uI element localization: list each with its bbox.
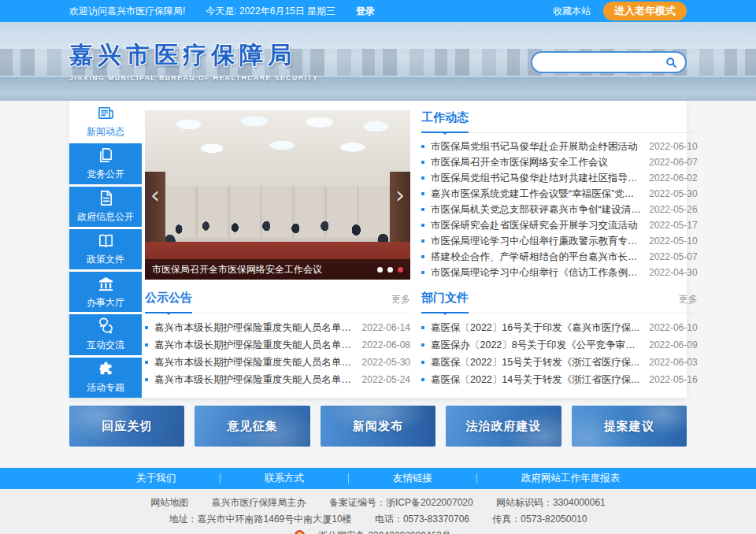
sidebar-item-label: 党务公开 (87, 168, 124, 181)
carousel-dot[interactable] (398, 267, 403, 273)
sidebar-item-service-hall[interactable]: 办事大厅 (69, 272, 142, 312)
news-date: 2022-04-30 (649, 267, 697, 278)
search-box (531, 51, 687, 73)
dept-files-title: 部门文件 (421, 291, 469, 313)
quick-banner-link[interactable]: 新闻发布 (321, 406, 435, 447)
puzzle-icon (97, 360, 115, 378)
sidebar-item-label: 办事大厅 (87, 296, 124, 310)
elder-mode-button[interactable]: 进入老年模式 (603, 2, 687, 20)
news-link[interactable]: 嘉医保〔2022〕15号关于转发《浙江省医疗保... (431, 356, 641, 369)
carousel-dot[interactable] (377, 267, 383, 273)
search-input[interactable] (540, 57, 665, 68)
welcome-text: 欢迎访问嘉兴市医疗保障局! (69, 5, 185, 18)
carousel-caption[interactable]: 市医保局召开全市医保网络安全工作会议 (152, 263, 371, 276)
news-date: 2022-05-30 (649, 188, 697, 199)
news-link[interactable]: 市医保局召开全市医保网络安全工作会议 (431, 156, 641, 169)
news-date: 2022-06-03 (649, 357, 697, 368)
list-item: 市医保研究会赴省医保研究会开展学习交流活动 2022-05-17 (421, 217, 698, 233)
list-item: 嘉医保〔2022〕15号关于转发《浙江省医疗保... 2022-06-03 (421, 354, 698, 371)
sidebar-item-party-affairs[interactable]: 党务公开 (69, 143, 142, 184)
news-link[interactable]: 市医保局党组书记马俊华赴企开展助企纾困活动 (431, 140, 641, 154)
news-link[interactable]: 市医保局党组书记马俊华赴结对共建社区指导全国文... (431, 172, 641, 185)
sidebar-item-label: 互动交流 (87, 339, 124, 352)
list-item: 市医保局机关党总支部获评嘉兴市争创“建设清廉机... 2022-05-26 (421, 202, 698, 217)
news-date: 2022-06-02 (649, 172, 697, 184)
favorite-link[interactable]: 收藏本站 (553, 5, 591, 18)
work-news-title: 工作动态 (421, 110, 469, 133)
bullet-icon (421, 361, 424, 364)
footer-site-code: 网站标识码：3304000061 (496, 497, 606, 508)
sidebar-item-interaction[interactable]: 互动交流 (69, 314, 142, 354)
bullet-icon (421, 145, 424, 148)
bullet-icon (421, 343, 424, 347)
news-link[interactable]: 搭建校企合作、产学研相结合的平台嘉兴市长期护理... (431, 250, 641, 264)
carousel-prev-icon[interactable]: ‹ (150, 184, 160, 207)
footer-security-text: 浙公网安备 33040202000463号 (318, 530, 451, 534)
search-button[interactable] (665, 57, 677, 69)
news-link[interactable]: 市医保局机关党总支部获评嘉兴市争创“建设清廉机... (431, 203, 641, 217)
news-date: 2022-05-10 (649, 235, 697, 247)
today-date: 今天是: 2022年6月15日 星期三 (206, 5, 335, 18)
bullet-icon (421, 271, 424, 274)
bullet-icon (421, 176, 424, 180)
book-icon (97, 232, 115, 250)
bullet-icon (421, 255, 424, 258)
news-date: 2022-06-08 (362, 339, 410, 350)
news-link[interactable]: 市医保局理论学习中心组举行廉政警示教育专题学习... (431, 235, 641, 248)
bullet-icon (421, 239, 424, 243)
news-link[interactable]: 嘉医保〔2022〕14号关于转发《浙江省医疗保... (431, 373, 641, 387)
sidebar-item-news[interactable]: 新闻动态 (69, 101, 142, 141)
footer-security: 浙公网安备 33040202000463号 (295, 530, 461, 534)
carousel-photo-detail (161, 115, 395, 167)
news-link[interactable]: 嘉兴市本级长期护理保险重度失能人员名单公示 (2... (154, 356, 354, 369)
footer-link-annual-report[interactable]: 政府网站工作年度报表 (477, 472, 664, 485)
quick-banner-label: 意见征集 (228, 419, 278, 434)
list-item: 嘉兴市本级长期护理保险重度失能人员名单公示 (2... 2022-05-30 (145, 354, 410, 371)
news-link[interactable]: 嘉兴市医保系统党建工作会议暨“幸福医保”党建联... (431, 187, 641, 201)
sidebar-nav: 新闻动态 党务公开 政府信息公开 政策文件 办事大厅 (69, 101, 142, 398)
list-item: 市医保局党组书记马俊华赴结对共建社区指导全国文... 2022-06-02 (421, 170, 698, 186)
news-link[interactable]: 嘉兴市本级长期护理保险重度失能人员名单公示 (2... (154, 321, 354, 335)
footer-phone: 电话：0573-83370706 (375, 514, 469, 525)
main-content-card: 新闻动态 党务公开 政府信息公开 政策文件 办事大厅 (69, 101, 687, 398)
login-link[interactable]: 登录 (356, 5, 375, 18)
news-date: 2022-05-30 (362, 357, 410, 368)
dept-files-more-link[interactable]: 更多 (679, 293, 698, 313)
list-item: 嘉兴市本级长期护理保险重度失能人员名单公示 (2... 2022-06-08 (145, 336, 410, 354)
dept-files-section: 部门文件 更多 嘉医保〔2022〕16号关于印发《嘉兴市医疗保... 2022-… (421, 291, 698, 388)
sidebar-item-policy-files[interactable]: 政策文件 (69, 229, 142, 269)
notices-more-link[interactable]: 更多 (391, 293, 410, 313)
news-link[interactable]: 嘉兴市本级长期护理保险重度失能人员名单公示 (2... (154, 373, 354, 387)
footer-link-about[interactable]: 关于我们 (92, 472, 220, 485)
quick-banner-label: 新闻发布 (353, 419, 403, 434)
carousel-next-icon[interactable]: › (395, 184, 405, 207)
news-link[interactable]: 市医保局理论学习中心组举行《信访工作条例》专题... (431, 266, 641, 280)
site-brand: 嘉兴市医疗保障局 JIAXING MUNICIPAL BUREAU OF HEA… (69, 39, 319, 82)
footer-link-friendly-links[interactable]: 友情链接 (349, 472, 476, 485)
footer-link-contact[interactable]: 联系方式 (220, 472, 348, 485)
dept-files-list: 嘉医保〔2022〕16号关于印发《嘉兴市医疗保... 2022-06-10 嘉医… (421, 319, 698, 388)
news-date: 2022-05-24 (362, 374, 410, 385)
quick-banner-row: 回应关切 意见征集 新闻发布 法治政府建设 提案建议 (69, 406, 687, 447)
notices-title: 公示公告 (145, 291, 192, 313)
news-link[interactable]: 市医保研究会赴省医保研究会开展学习交流活动 (431, 219, 641, 232)
quick-banner-link[interactable]: 回应关切 (69, 406, 184, 447)
site-title: 嘉兴市医疗保障局 (69, 39, 319, 72)
carousel-dot[interactable] (387, 267, 393, 273)
sidebar-item-activities[interactable]: 活动专题 (69, 358, 142, 398)
quick-banner-link[interactable]: 提案建议 (572, 406, 687, 447)
news-link[interactable]: 嘉医保〔2022〕16号关于印发《嘉兴市医疗保... (431, 321, 641, 335)
list-item: 嘉兴市医保系统党建工作会议暨“幸福医保”党建联... 2022-05-30 (421, 186, 698, 202)
news-carousel: ‹ › 市医保局召开全市医保网络安全工作会议 (145, 110, 410, 280)
quick-banner-link[interactable]: 法治政府建设 (446, 406, 561, 447)
news-link[interactable]: 嘉医保办〔2022〕8号关于印发《公平竞争审查... (431, 339, 641, 352)
quick-banner-label: 回应关切 (102, 419, 152, 434)
footer-host: 嘉兴市医疗保障局主办 (212, 497, 306, 508)
quick-banner-link[interactable]: 意见征集 (195, 406, 309, 447)
sitemap-link[interactable]: 网站地图 (150, 497, 188, 508)
list-item: 嘉医保办〔2022〕8号关于印发《公平竞争审查... 2022-06-09 (421, 336, 698, 354)
list-item: 嘉医保〔2022〕16号关于印发《嘉兴市医疗保... 2022-06-10 (421, 319, 698, 336)
news-link[interactable]: 嘉兴市本级长期护理保险重度失能人员名单公示 (2... (154, 339, 354, 352)
sidebar-item-label: 活动专题 (87, 381, 124, 395)
sidebar-item-gov-info[interactable]: 政府信息公开 (69, 187, 142, 227)
